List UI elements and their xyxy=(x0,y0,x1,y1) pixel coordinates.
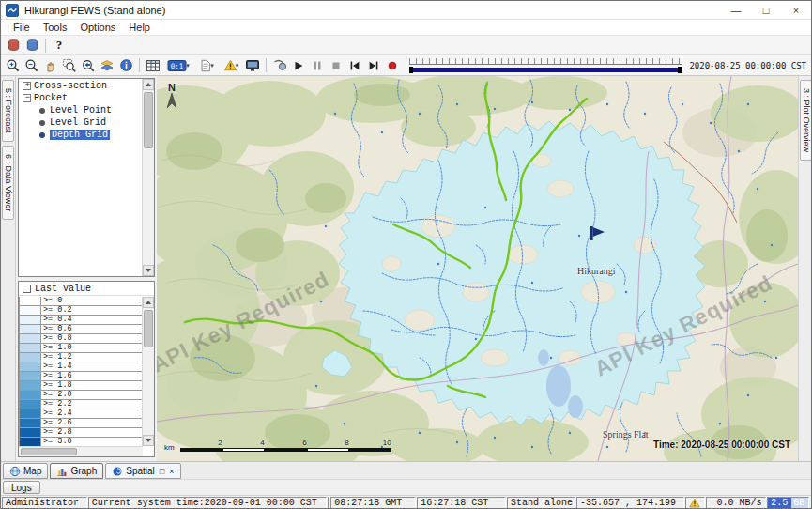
close-button[interactable]: × xyxy=(781,1,811,19)
tab-data-viewer[interactable]: 6 : Data Viewer xyxy=(2,146,14,220)
tab-graph[interactable]: Graph xyxy=(50,463,103,479)
tree-item-depth-grid[interactable]: Depth Grid xyxy=(19,129,142,141)
scroll-down-button[interactable] xyxy=(143,435,154,446)
legend-row: >= 0.8 xyxy=(19,334,143,344)
play-button[interactable] xyxy=(289,56,308,74)
tab-maximize-icon[interactable]: □ xyxy=(160,467,164,476)
status-spacer xyxy=(328,497,329,509)
tab-plot-overview[interactable]: 3 : Plot Overview xyxy=(800,80,812,161)
tab-map-label: Map xyxy=(23,466,41,476)
help-button[interactable]: ? xyxy=(50,37,69,54)
legend-swatch xyxy=(19,316,41,325)
grid-display-button[interactable] xyxy=(144,56,162,74)
tab-close-icon[interactable]: × xyxy=(169,467,174,476)
last-value-checkbox[interactable] xyxy=(23,285,31,293)
zoom-previous-icon xyxy=(81,58,96,73)
toolbar-separator xyxy=(266,58,267,72)
chevron-down-icon: ▾ xyxy=(186,62,190,69)
tree-item-level-grid[interactable]: Level Grid xyxy=(19,116,142,129)
skip-start-icon xyxy=(348,59,361,72)
database-red-icon xyxy=(7,39,21,53)
scrollbar-thumb[interactable] xyxy=(144,310,153,347)
animation-display-button[interactable] xyxy=(243,56,262,74)
zoom-out-button[interactable] xyxy=(23,56,41,74)
menu-bar: File Tools Options Help xyxy=(1,20,811,36)
legend-swatch xyxy=(19,438,41,446)
logs-button[interactable]: Logs xyxy=(3,481,40,494)
maximize-button[interactable]: □ xyxy=(751,1,781,19)
step-forward-button[interactable] xyxy=(364,56,383,74)
menu-item-help[interactable]: Help xyxy=(122,22,157,33)
tree-vertical-scrollbar[interactable] xyxy=(142,79,154,276)
layers-icon xyxy=(100,58,115,73)
legend-swatch xyxy=(19,344,41,353)
legend-row: >= 1.0 xyxy=(19,344,143,353)
legend-row: >= 2.8 xyxy=(19,428,143,438)
scroll-up-button[interactable] xyxy=(143,297,154,308)
zoom-extent-button[interactable] xyxy=(60,56,79,74)
interval-icon: 0:1 xyxy=(167,58,188,73)
zoom-in-button[interactable] xyxy=(4,56,23,74)
north-arrow: N xyxy=(166,82,177,114)
zoom-previous-button[interactable] xyxy=(79,56,98,74)
menu-item-file[interactable]: File xyxy=(7,22,37,33)
thresholds-button[interactable]: ▾ xyxy=(219,56,243,74)
pause-button[interactable] xyxy=(308,56,327,74)
monitor-icon xyxy=(245,58,260,73)
interval-selector[interactable]: 0:1 ▾ xyxy=(162,56,194,74)
status-system-time: Current system time:2020-09-01 00:00 CST xyxy=(88,497,328,509)
map-scale-bar: km 2 4 6 8 10 xyxy=(164,439,391,452)
profile-display-button[interactable]: ▾ xyxy=(194,56,219,74)
pan-button[interactable] xyxy=(41,56,60,74)
status-warning-cell[interactable] xyxy=(685,497,706,509)
tree-item-pocket[interactable]: Pocket xyxy=(19,92,142,104)
scroll-down-button[interactable] xyxy=(143,265,154,276)
tab-map[interactable]: Map xyxy=(3,463,48,479)
skip-end-icon xyxy=(367,59,380,72)
town-label-hikurangi: Hikurangi xyxy=(577,266,616,276)
timeline-slider[interactable] xyxy=(409,57,682,74)
collapse-icon[interactable] xyxy=(23,94,31,102)
status-mode: Stand alone xyxy=(507,497,575,509)
status-gmt-time: 08:27:18 GMT xyxy=(330,497,416,509)
step-back-button[interactable] xyxy=(345,56,364,74)
left-panel: Cross-section Pocket Level Point Level G… xyxy=(16,76,157,461)
tab-forecast[interactable]: 5 : Forecast xyxy=(2,80,14,142)
tab-spatial-label: Spatial xyxy=(126,466,155,476)
legend-vertical-scrollbar[interactable] xyxy=(142,297,154,446)
scale-tick: 6 xyxy=(265,439,307,447)
record-button[interactable] xyxy=(383,56,402,74)
status-local-time: 16:27:18 CST xyxy=(417,497,506,509)
chevron-down-icon: ▾ xyxy=(236,62,239,69)
scrollbar-thumb[interactable] xyxy=(144,92,153,148)
stop-button[interactable] xyxy=(327,56,345,74)
map-time-label: Time: 2020-08-25 00:00:00 CST xyxy=(653,440,790,450)
toolbar-separator xyxy=(45,39,46,53)
map-canvas[interactable]: N API Key Required API Key Required Hiku… xyxy=(157,76,798,461)
globe-icon xyxy=(9,466,21,477)
legend-swatch xyxy=(19,381,41,391)
info-button[interactable] xyxy=(116,56,135,74)
legend-horizontal-scrollbar[interactable] xyxy=(19,446,143,456)
expand-icon[interactable] xyxy=(23,82,31,90)
menu-item-tools[interactable]: Tools xyxy=(37,22,74,33)
town-label-springs-flat: Springs Flat xyxy=(603,429,649,440)
grid-value-picker-button[interactable] xyxy=(270,56,289,74)
legend-row: >= 1.2 xyxy=(19,353,143,362)
tree-item-level-point[interactable]: Level Point xyxy=(19,104,142,116)
toolbar-separator xyxy=(139,58,140,72)
scroll-up-button[interactable] xyxy=(143,79,154,90)
legend-swatch xyxy=(19,297,41,306)
layers-button[interactable] xyxy=(98,56,116,74)
tree-item-cross-section[interactable]: Cross-section xyxy=(19,80,142,92)
arrow-down-icon xyxy=(146,439,151,442)
help-icon: ? xyxy=(56,38,63,53)
menu-item-options[interactable]: Options xyxy=(73,22,122,33)
legend-row: >= 2.6 xyxy=(19,419,143,428)
database-save-button[interactable] xyxy=(23,37,41,54)
scrollbar-thumb[interactable] xyxy=(21,448,77,455)
minimize-button[interactable]: — xyxy=(721,1,751,19)
database-open-button[interactable] xyxy=(4,37,23,54)
legend-row: >= 1.4 xyxy=(19,362,143,372)
tab-spatial[interactable]: Spatial □ × xyxy=(105,463,180,479)
